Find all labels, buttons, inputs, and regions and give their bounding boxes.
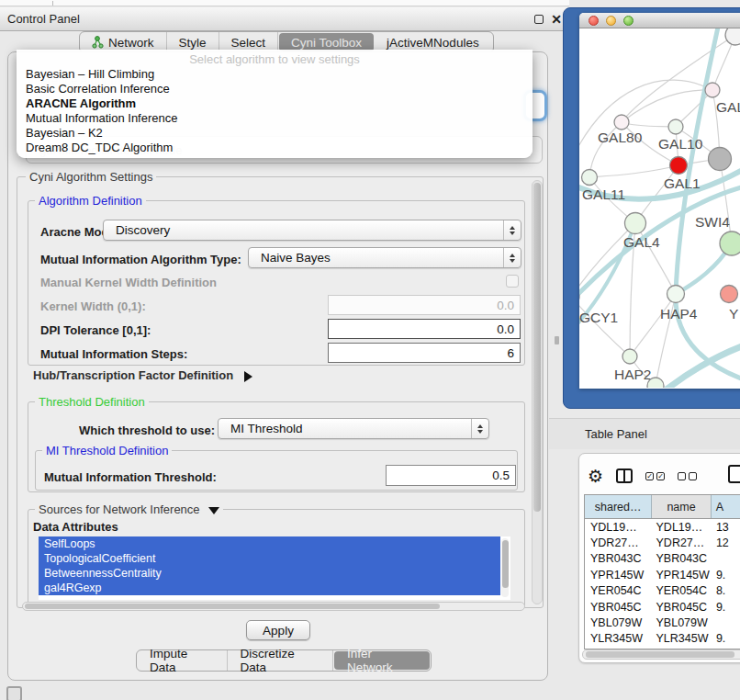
table-cell: 9. — [712, 632, 740, 645]
apply-button[interactable]: Apply — [246, 620, 310, 640]
mi-steps-label: Mutual Information Steps: — [40, 347, 187, 361]
dpi-tolerance-input[interactable]: 0.0 — [328, 319, 521, 339]
network-node-gal1[interactable] — [670, 157, 688, 175]
settings-vertical-scrollbar[interactable] — [532, 180, 543, 604]
algorithm-option[interactable]: Basic Correlation Inference — [17, 82, 533, 96]
table-row[interactable]: YDR27…YDR27…12 — [585, 535, 740, 550]
data-attribute-item[interactable]: SelfLoops — [39, 536, 500, 551]
network-edge[interactable] — [579, 297, 630, 356]
network-node-y[interactable] — [721, 286, 738, 303]
panel-splitter-grip[interactable] — [555, 336, 559, 344]
algorithm-option[interactable]: Dream8 DC_TDC Algorithm — [17, 141, 533, 155]
mi-steps-input[interactable]: 6 — [328, 343, 521, 363]
network-node-label: GCY1 — [579, 310, 618, 325]
table-row[interactable]: YLR345WYLR345W9. — [585, 631, 740, 647]
page-icon[interactable] — [728, 465, 740, 483]
manual-kernel-width-checkbox[interactable] — [506, 275, 519, 288]
scrollbar-thumb[interactable] — [25, 604, 440, 609]
algorithm-option[interactable]: Mutual Information Inference — [17, 111, 533, 126]
network-node-label: GAL10 — [658, 136, 703, 152]
column-header-partial[interactable]: A — [712, 495, 740, 518]
table-cell: YBR045C — [653, 601, 712, 614]
minimize-traffic-light-icon[interactable] — [606, 16, 616, 26]
dropdown-item-list: Bayesian – Hill ClimbingBasic Correlatio… — [17, 67, 533, 155]
sources-title-label: Sources for Network Inference — [39, 502, 200, 516]
select-all-columns-icon[interactable]: ✓✓ — [645, 472, 665, 480]
deselect-all-columns-icon[interactable] — [678, 472, 697, 480]
scrollbar-thumb[interactable] — [586, 651, 734, 658]
table-row[interactable]: YBR045CYBR045C9. — [585, 599, 740, 615]
dpi-tolerance-value: 0.0 — [497, 322, 520, 336]
attributes-list-scrollbar[interactable] — [501, 538, 509, 597]
zoom-traffic-light-icon[interactable] — [623, 16, 633, 26]
dpi-tolerance-label: DPI Tolerance [0,1]: — [40, 323, 151, 337]
scrollbar-thumb[interactable] — [502, 540, 509, 588]
close-traffic-light-icon[interactable] — [589, 16, 599, 26]
network-node-gal11[interactable] — [582, 170, 598, 186]
network-node-label: GAL1 — [664, 175, 701, 191]
combo-spinner-icon[interactable] — [503, 248, 521, 267]
network-node-gal[interactable] — [705, 83, 720, 97]
column-header-name[interactable]: name — [652, 495, 711, 518]
tab-impute-data[interactable]: Impute Data — [137, 650, 228, 671]
combo-spinner-icon[interactable] — [503, 220, 521, 240]
table-row[interactable]: YPR145WYPR145W9. — [585, 567, 740, 582]
tab-cyni-toolbox[interactable]: Cyni Toolbox — [279, 33, 374, 51]
tab-infer-network[interactable]: Infer Network — [334, 651, 430, 670]
algorithm-option[interactable]: ARACNE Algorithm — [17, 96, 533, 111]
mi-algorithm-type-combobox[interactable]: Naive Bayes — [248, 247, 521, 268]
mi-algorithm-type-label: Mutual Information Algorithm Type: — [40, 253, 241, 266]
table-row[interactable]: YBR043CYBR043C — [585, 551, 740, 567]
data-attribute-item[interactable]: TopologicalCoefficient — [39, 551, 500, 566]
algorithm-option[interactable]: Bayesian – K2 — [17, 126, 533, 141]
network-window: GALGAL80GAL10GAL1GAL11GAL4SWI4HAP4YGCY1H… — [579, 13, 740, 389]
network-canvas[interactable]: GALGAL80GAL10GAL1GAL11GAL4SWI4HAP4YGCY1H… — [579, 28, 740, 388]
network-node-gal10[interactable] — [668, 119, 683, 134]
data-attribute-item[interactable]: BetweennessCentrality — [39, 566, 500, 581]
sources-group-title[interactable]: Sources for Network Inference — [35, 502, 223, 516]
table-row[interactable]: YBL079WYBL079W — [585, 615, 740, 630]
network-edge[interactable] — [622, 122, 676, 127]
which-threshold-combobox[interactable]: MI Threshold — [218, 418, 489, 439]
table-row[interactable]: YDL19…YDL19…13 — [585, 519, 740, 535]
network-node[interactable] — [709, 148, 732, 171]
table-cell: 13 — [712, 521, 740, 534]
network-node-hap2[interactable] — [622, 349, 637, 364]
table-cell: YBR043C — [585, 552, 653, 565]
network-edge-highlighted[interactable] — [667, 343, 740, 388]
hub-definition-toggle[interactable]: Hub/Transcription Factor Definition — [33, 368, 252, 382]
which-threshold-value: MI Threshold — [219, 422, 471, 435]
network-node-gal4[interactable] — [625, 213, 646, 234]
column-header-shared-name[interactable]: shared… — [585, 495, 652, 518]
float-panel-icon[interactable] — [534, 15, 544, 24]
algorithm-option[interactable]: Bayesian – Hill Climbing — [17, 67, 533, 82]
minimized-panel-icon[interactable] — [6, 686, 22, 700]
network-node[interactable] — [725, 28, 740, 45]
kernel-width-input[interactable]: 0.0 — [328, 295, 521, 315]
close-icon[interactable]: ✕ — [551, 15, 562, 24]
network-edge[interactable] — [720, 159, 732, 243]
table-row[interactable]: YER054CYER054C8. — [585, 583, 740, 599]
split-view-icon[interactable] — [616, 469, 633, 483]
data-attribute-item[interactable]: gal4RGexp — [39, 581, 500, 595]
aracne-mode-combobox[interactable]: Discovery — [103, 220, 521, 241]
network-node-label: Y — [729, 306, 738, 322]
table-horizontal-scrollbar[interactable] — [582, 649, 740, 660]
tab-discretize-data[interactable]: Discretize Data — [228, 650, 334, 671]
network-node-label: SWI4 — [695, 214, 730, 230]
network-node-hap4[interactable] — [667, 286, 685, 303]
table-cell: YDL19… — [653, 521, 712, 534]
network-node-swi4[interactable] — [720, 231, 740, 255]
top-strip — [0, 0, 569, 6]
settings-gear-icon[interactable]: ⚙ — [588, 468, 603, 485]
combo-spinner-icon[interactable] — [471, 419, 488, 438]
scrollbar-thumb[interactable] — [533, 183, 541, 512]
table-cell: 12 — [712, 536, 740, 549]
table-cell: YBR045C — [585, 601, 653, 614]
settings-group-title: Cyni Algorithm Settings — [26, 170, 156, 184]
manual-kernel-width-label: Manual Kernel Width Definition — [40, 276, 217, 289]
settings-horizontal-scrollbar[interactable] — [22, 602, 525, 611]
tab-cyni-toolbox-label: Cyni Toolbox — [291, 36, 362, 50]
network-node-gal80[interactable] — [614, 115, 629, 130]
mi-threshold-input[interactable]: 0.5 — [386, 465, 516, 486]
